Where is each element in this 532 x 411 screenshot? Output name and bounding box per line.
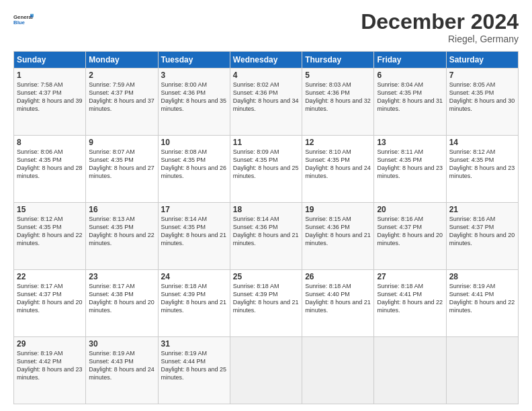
- day-detail: Sunrise: 8:16 AMSunset: 4:37 PMDaylight:…: [377, 215, 443, 248]
- day-number: 24: [161, 272, 227, 281]
- calendar-day: 8Sunrise: 8:06 AMSunset: 4:35 PMDaylight…: [14, 136, 86, 203]
- header: General Blue December 2024 Riegel, Germa…: [13, 11, 519, 44]
- calendar-day: 6Sunrise: 8:04 AMSunset: 4:35 PMDaylight…: [374, 68, 446, 136]
- day-number: 30: [89, 339, 154, 349]
- day-detail: Sunrise: 8:18 AMSunset: 4:41 PMDaylight:…: [377, 282, 443, 315]
- day-detail: Sunrise: 8:07 AMSunset: 4:35 PMDaylight:…: [89, 148, 154, 181]
- day-detail: Sunrise: 8:18 AMSunset: 4:40 PMDaylight:…: [305, 282, 371, 315]
- calendar-day: 28Sunrise: 8:19 AMSunset: 4:41 PMDayligh…: [446, 270, 518, 337]
- day-number: 28: [449, 272, 515, 281]
- calendar-day: 7Sunrise: 8:05 AMSunset: 4:35 PMDaylight…: [446, 68, 518, 136]
- day-number: 16: [89, 205, 154, 214]
- calendar-day: 12Sunrise: 8:10 AMSunset: 4:35 PMDayligh…: [302, 136, 374, 203]
- day-number: 17: [161, 205, 227, 214]
- weekday-header: Friday: [374, 52, 446, 68]
- day-detail: Sunrise: 8:09 AMSunset: 4:35 PMDaylight:…: [233, 148, 299, 181]
- calendar-day: 23Sunrise: 8:17 AMSunset: 4:38 PMDayligh…: [86, 270, 158, 337]
- day-detail: Sunrise: 8:12 AMSunset: 4:35 PMDaylight:…: [17, 215, 83, 248]
- calendar-day: 30Sunrise: 8:19 AMSunset: 4:43 PMDayligh…: [86, 337, 158, 404]
- day-number: 21: [449, 205, 515, 214]
- calendar-day: 24Sunrise: 8:18 AMSunset: 4:39 PMDayligh…: [158, 270, 230, 337]
- calendar-day: 10Sunrise: 8:08 AMSunset: 4:35 PMDayligh…: [158, 136, 230, 203]
- weekday-header: Monday: [86, 52, 158, 68]
- day-number: 3: [161, 71, 227, 80]
- weekday-header: Sunday: [14, 52, 86, 68]
- calendar-day: 20Sunrise: 8:16 AMSunset: 4:37 PMDayligh…: [374, 203, 446, 270]
- day-number: 13: [377, 138, 443, 147]
- day-number: 23: [89, 272, 154, 281]
- logo-icon: General Blue: [13, 11, 34, 31]
- day-detail: Sunrise: 8:15 AMSunset: 4:36 PMDaylight:…: [305, 215, 371, 248]
- empty-cell: [446, 337, 518, 404]
- calendar-day: 3Sunrise: 8:00 AMSunset: 4:36 PMDaylight…: [158, 68, 230, 136]
- calendar-day: 15Sunrise: 8:12 AMSunset: 4:35 PMDayligh…: [14, 203, 86, 270]
- calendar-table: SundayMondayTuesdayWednesdayThursdayFrid…: [13, 51, 519, 404]
- day-number: 25: [233, 272, 299, 281]
- calendar-day: 26Sunrise: 8:18 AMSunset: 4:40 PMDayligh…: [302, 270, 374, 337]
- empty-cell: [374, 337, 446, 404]
- calendar-day: 13Sunrise: 8:11 AMSunset: 4:35 PMDayligh…: [374, 136, 446, 203]
- day-detail: Sunrise: 8:08 AMSunset: 4:35 PMDaylight:…: [161, 148, 227, 181]
- calendar-day: 1Sunrise: 7:58 AMSunset: 4:37 PMDaylight…: [14, 68, 86, 136]
- day-number: 29: [17, 339, 83, 349]
- day-detail: Sunrise: 8:17 AMSunset: 4:37 PMDaylight:…: [17, 282, 83, 315]
- day-detail: Sunrise: 8:13 AMSunset: 4:35 PMDaylight:…: [89, 215, 154, 248]
- day-number: 6: [377, 71, 443, 80]
- calendar-day: 4Sunrise: 8:02 AMSunset: 4:36 PMDaylight…: [230, 68, 302, 136]
- day-detail: Sunrise: 8:05 AMSunset: 4:35 PMDaylight:…: [449, 81, 515, 113]
- day-detail: Sunrise: 8:12 AMSunset: 4:35 PMDaylight:…: [449, 148, 515, 181]
- calendar-day: 2Sunrise: 7:59 AMSunset: 4:37 PMDaylight…: [86, 68, 158, 136]
- empty-cell: [230, 337, 302, 404]
- day-number: 15: [17, 205, 83, 214]
- day-number: 12: [305, 138, 371, 147]
- weekday-header: Tuesday: [158, 52, 230, 68]
- day-detail: Sunrise: 8:02 AMSunset: 4:36 PMDaylight:…: [233, 81, 299, 113]
- day-detail: Sunrise: 8:00 AMSunset: 4:36 PMDaylight:…: [161, 81, 227, 113]
- day-number: 22: [17, 272, 83, 281]
- calendar-day: 17Sunrise: 8:14 AMSunset: 4:35 PMDayligh…: [158, 203, 230, 270]
- calendar-day: 29Sunrise: 8:19 AMSunset: 4:42 PMDayligh…: [14, 337, 86, 404]
- svg-text:Blue: Blue: [13, 19, 26, 26]
- calendar-day: 27Sunrise: 8:18 AMSunset: 4:41 PMDayligh…: [374, 270, 446, 337]
- day-detail: Sunrise: 8:18 AMSunset: 4:39 PMDaylight:…: [161, 282, 227, 315]
- day-number: 7: [449, 71, 515, 80]
- calendar-day: 16Sunrise: 8:13 AMSunset: 4:35 PMDayligh…: [86, 203, 158, 270]
- svg-text:General: General: [13, 14, 33, 20]
- calendar-day: 25Sunrise: 8:18 AMSunset: 4:39 PMDayligh…: [230, 270, 302, 337]
- calendar-day: 14Sunrise: 8:12 AMSunset: 4:35 PMDayligh…: [446, 136, 518, 203]
- day-detail: Sunrise: 8:16 AMSunset: 4:37 PMDaylight:…: [449, 215, 515, 248]
- day-number: 26: [305, 272, 371, 281]
- day-detail: Sunrise: 8:10 AMSunset: 4:35 PMDaylight:…: [305, 148, 371, 181]
- day-detail: Sunrise: 8:04 AMSunset: 4:35 PMDaylight:…: [377, 81, 443, 113]
- day-number: 18: [233, 205, 299, 214]
- day-detail: Sunrise: 7:59 AMSunset: 4:37 PMDaylight:…: [89, 81, 154, 113]
- day-detail: Sunrise: 8:19 AMSunset: 4:44 PMDaylight:…: [161, 349, 227, 382]
- weekday-header: Thursday: [302, 52, 374, 68]
- title-block: December 2024 Riegel, Germany: [361, 11, 519, 44]
- calendar-day: 9Sunrise: 8:07 AMSunset: 4:35 PMDaylight…: [86, 136, 158, 203]
- day-number: 4: [233, 71, 299, 80]
- calendar-day: 19Sunrise: 8:15 AMSunset: 4:36 PMDayligh…: [302, 203, 374, 270]
- day-detail: Sunrise: 8:14 AMSunset: 4:35 PMDaylight:…: [161, 215, 227, 248]
- calendar-day: 21Sunrise: 8:16 AMSunset: 4:37 PMDayligh…: [446, 203, 518, 270]
- weekday-header: Saturday: [446, 52, 518, 68]
- day-number: 2: [89, 71, 154, 80]
- day-detail: Sunrise: 8:03 AMSunset: 4:36 PMDaylight:…: [305, 81, 371, 113]
- day-detail: Sunrise: 7:58 AMSunset: 4:37 PMDaylight:…: [17, 81, 83, 113]
- calendar-day: 22Sunrise: 8:17 AMSunset: 4:37 PMDayligh…: [14, 270, 86, 337]
- day-number: 27: [377, 272, 443, 281]
- day-detail: Sunrise: 8:19 AMSunset: 4:43 PMDaylight:…: [89, 349, 154, 382]
- day-number: 1: [17, 71, 83, 80]
- empty-cell: [302, 337, 374, 404]
- day-detail: Sunrise: 8:17 AMSunset: 4:38 PMDaylight:…: [89, 282, 154, 315]
- calendar-day: 5Sunrise: 8:03 AMSunset: 4:36 PMDaylight…: [302, 68, 374, 136]
- day-detail: Sunrise: 8:18 AMSunset: 4:39 PMDaylight:…: [233, 282, 299, 315]
- day-number: 8: [17, 138, 83, 147]
- day-number: 20: [377, 205, 443, 214]
- day-number: 5: [305, 71, 371, 80]
- day-number: 31: [161, 339, 227, 349]
- calendar-day: 31Sunrise: 8:19 AMSunset: 4:44 PMDayligh…: [158, 337, 230, 404]
- day-detail: Sunrise: 8:14 AMSunset: 4:36 PMDaylight:…: [233, 215, 299, 248]
- day-detail: Sunrise: 8:11 AMSunset: 4:35 PMDaylight:…: [377, 148, 443, 181]
- day-number: 9: [89, 138, 154, 147]
